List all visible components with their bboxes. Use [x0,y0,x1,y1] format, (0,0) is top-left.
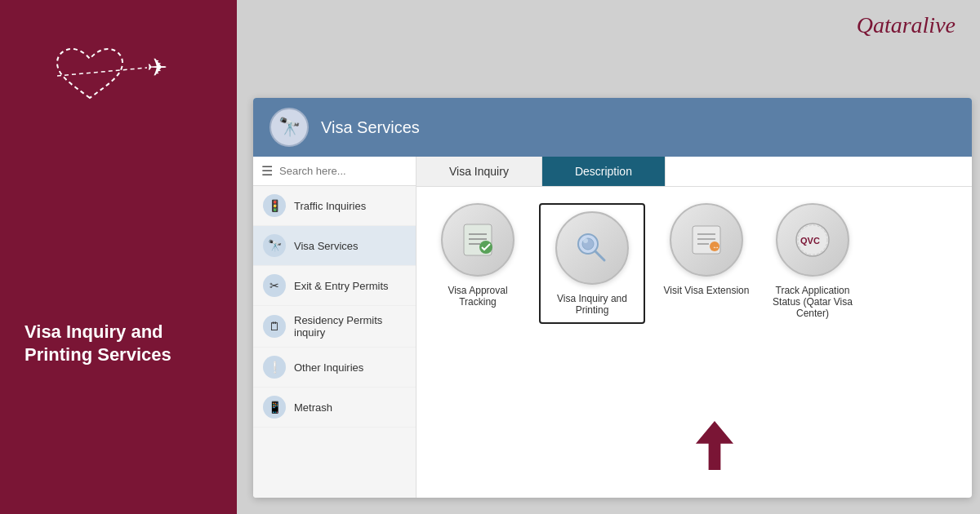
other-icon: ❕ [263,356,286,379]
extension-icon: ↔ [670,203,743,277]
header-title: Visa Services [321,118,420,137]
sidebar-label-exit: Exit & Entry Permits [294,280,389,292]
svg-point-9 [583,238,588,243]
sidebar-label-visa: Visa Services [294,240,359,252]
extension-label: Visit Visa Extension [664,285,750,296]
left-panel: ✈ Visa Inquiry and Printing Services [0,0,237,514]
sidebar-label-other: Other Inquiries [294,361,363,374]
hamburger-icon[interactable]: ☰ [261,163,273,179]
sidebar-item-other[interactable]: ❕ Other Inquiries [253,348,416,388]
service-grid: Visa Approval Tracking [416,187,972,340]
svg-line-0 [57,68,147,76]
svg-text:QVC: QVC [800,236,820,246]
sidebar-label-traffic: Traffic Inquiries [294,200,366,212]
track-icon: QVC [776,203,849,277]
flight-path [57,64,155,88]
metrash-icon: 📱 [263,396,286,419]
sidebar-item-residency[interactable]: 🗒 Residency Permits inquiry [253,306,416,348]
tabs-bar: Visa Inquiry Description [416,157,972,187]
service-card-inquiry[interactable]: Visa Inquiry and Printing [539,203,645,324]
left-panel-title: Visa Inquiry and Printing Services [24,321,212,367]
tab-visa-inquiry[interactable]: Visa Inquiry [416,157,542,186]
traffic-icon: 🚦 [263,194,286,217]
arrow-up [690,421,739,473]
approval-label: Visa Approval Tracking [433,285,523,308]
sidebar-label-metrash: Metrash [294,401,332,414]
sidebar-item-metrash[interactable]: 📱 Metrash [253,388,416,428]
right-area: Qataralive 🔭 Visa Services ☰ 🚦 Traffic I… [237,0,980,514]
sidebar-item-visa[interactable]: 🔭 Visa Services [253,226,416,266]
sidebar-item-traffic[interactable]: 🚦 Traffic Inquiries [253,186,416,226]
svg-text:↔: ↔ [712,243,719,251]
inquiry-icon [555,211,629,285]
track-label: Track Application Status (Qatar Visa Cen… [768,285,858,319]
sidebar-item-exit[interactable]: ✂ Exit & Entry Permits [253,266,416,306]
residency-icon: 🗒 [263,315,286,338]
service-card-track[interactable]: QVC Track Application Status (Qatar Visa… [768,203,858,319]
header-bar: 🔭 Visa Services [253,98,972,157]
search-input[interactable] [279,165,408,177]
content-area: ☰ 🚦 Traffic Inquiries 🔭 Visa Services ✂ … [253,157,972,498]
approval-icon [441,203,514,277]
svg-line-8 [595,251,604,260]
service-grid-wrapper: Visa Approval Tracking [416,187,972,498]
service-card-extension[interactable]: ↔ Visit Visa Extension [662,203,751,296]
exit-icon: ✂ [263,274,286,297]
app-window: 🔭 Visa Services ☰ 🚦 Traffic Inquiries 🔭 [253,98,972,498]
main-content: Visa Inquiry Description [416,157,972,498]
header-icon: 🔭 [270,108,309,147]
service-card-approval[interactable]: Visa Approval Tracking [433,203,523,308]
sidebar: ☰ 🚦 Traffic Inquiries 🔭 Visa Services ✂ … [253,157,416,498]
search-bar: ☰ [253,157,416,186]
svg-marker-19 [696,421,733,470]
visa-icon: 🔭 [263,234,286,257]
logo: Qataralive [857,12,956,38]
tab-description[interactable]: Description [542,157,666,186]
inquiry-label: Visa Inquiry and Printing [547,293,637,316]
sidebar-label-residency: Residency Permits inquiry [294,314,406,339]
